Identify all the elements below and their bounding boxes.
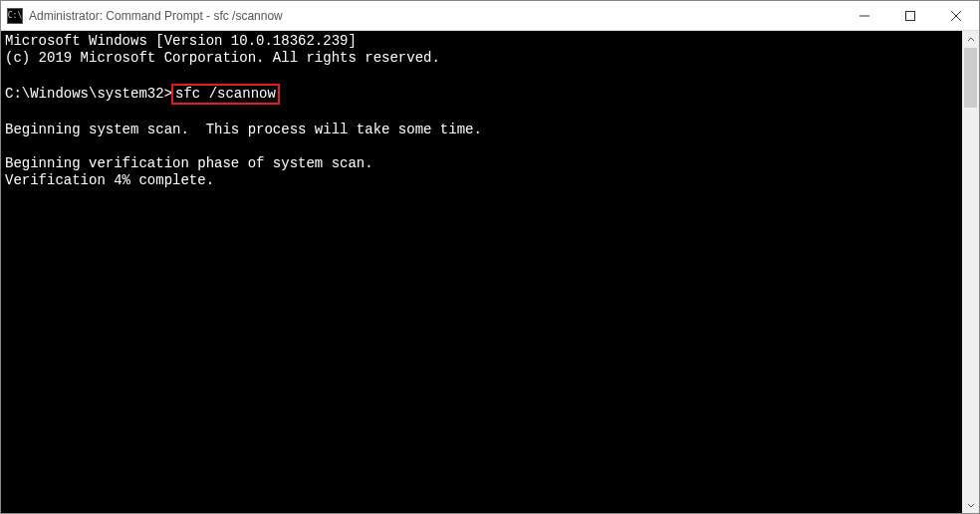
maximize-icon (905, 11, 915, 21)
command-highlight: sfc /scannow (171, 84, 280, 105)
output-line: Verification 4% complete. (5, 172, 958, 189)
console-area: Microsoft Windows [Version 10.0.18362.23… (1, 31, 979, 513)
output-line: Beginning system scan. This process will… (5, 122, 958, 138)
vertical-scrollbar[interactable] (962, 31, 979, 513)
output-line: Beginning verification phase of system s… (5, 155, 958, 172)
close-button[interactable] (933, 1, 979, 30)
window-controls (842, 1, 979, 30)
chevron-up-icon (967, 36, 975, 44)
maximize-button[interactable] (887, 1, 933, 30)
blank-line (5, 138, 958, 155)
console-output[interactable]: Microsoft Windows [Version 10.0.18362.23… (1, 31, 962, 513)
command-text: sfc /scannow (175, 86, 276, 102)
chevron-down-icon (967, 501, 975, 509)
minimize-icon (859, 11, 869, 21)
prompt-prefix: C:\Windows\system32> (5, 86, 172, 102)
banner-line: (c) 2019 Microsoft Corporation. All righ… (5, 50, 958, 67)
blank-line (5, 105, 958, 122)
prompt-line: C:\Windows\system32>sfc /scannow (5, 84, 958, 105)
scroll-up-button[interactable] (962, 31, 979, 48)
cmd-icon-text: C:\ (8, 11, 22, 20)
window-title: Administrator: Command Prompt - sfc /sca… (29, 9, 842, 23)
svg-rect-1 (906, 11, 915, 20)
scroll-thumb[interactable] (964, 48, 977, 108)
minimize-button[interactable] (842, 1, 887, 30)
blank-line (5, 67, 958, 84)
cmd-icon: C:\ (7, 8, 23, 24)
command-prompt-window: C:\ Administrator: Command Prompt - sfc … (0, 0, 980, 514)
banner-line: Microsoft Windows [Version 10.0.18362.23… (5, 33, 958, 50)
scroll-down-button[interactable] (962, 496, 979, 513)
scroll-track[interactable] (962, 48, 979, 496)
close-icon (951, 11, 961, 21)
titlebar[interactable]: C:\ Administrator: Command Prompt - sfc … (1, 1, 979, 31)
